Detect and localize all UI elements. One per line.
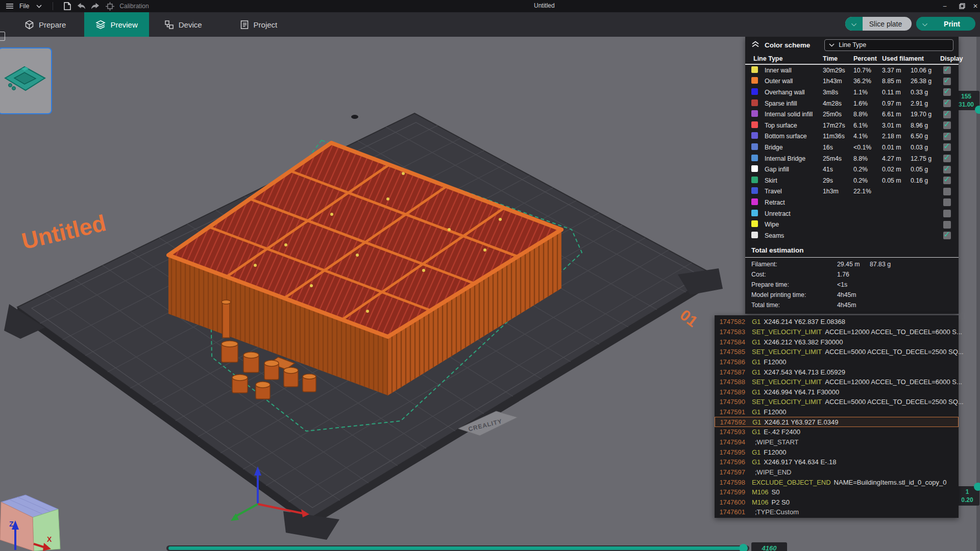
col-percent: Percent (853, 55, 882, 62)
display-checkbox[interactable] (943, 188, 951, 195)
display-checkbox[interactable] (943, 78, 951, 85)
gcode-line[interactable]: 1747594 ;WIPE_START (715, 437, 959, 447)
display-checkbox[interactable] (943, 166, 951, 173)
line-type-row: Overhang wall 3m8s 1.1% 0.11 m 0.33 g (745, 87, 959, 98)
gcode-line[interactable]: 1747587 G1 X247.543 Y64.713 E.05929 (715, 367, 959, 377)
line-type-weight: 12.75 g (911, 155, 940, 162)
slice-plate-label: Slice plate (863, 20, 912, 28)
tab-prepare[interactable]: Prepare (13, 12, 77, 37)
layer-slider-track[interactable] (976, 37, 980, 551)
line-type-percent: 22.1% (853, 188, 882, 195)
file-menu[interactable]: File (19, 3, 29, 10)
restore-button[interactable] (953, 0, 971, 12)
display-checkbox[interactable] (943, 232, 951, 239)
bottom-layer-height: 0.20 (957, 496, 977, 504)
gcode-line[interactable]: 1747590 SET_VELOCITY_LIMIT ACCEL=5000 AC… (715, 397, 959, 407)
collapse-panel-icon[interactable] (751, 40, 760, 49)
estimation-label: Filament: (751, 261, 837, 268)
line-type-filament: 6.61 m (882, 111, 911, 118)
line-type-percent: 4.1% (853, 133, 882, 140)
gcode-line[interactable]: 1747583 SET_VELOCITY_LIMIT ACCEL=12000 A… (715, 327, 959, 337)
display-checkbox[interactable] (943, 66, 951, 74)
display-checkbox[interactable] (943, 88, 951, 96)
x-axis-label: X (47, 535, 52, 543)
line-type-filament: 0.02 m (882, 166, 911, 173)
gcode-args: X246.994 Y64.71 F30000 (764, 388, 839, 396)
slice-dropdown-chevron[interactable]: ⌵ (845, 17, 863, 31)
display-checkbox[interactable] (943, 198, 951, 206)
display-checkbox[interactable] (943, 99, 951, 107)
display-checkbox[interactable] (943, 221, 951, 229)
gcode-line-number: 1747598 (715, 479, 745, 486)
color-scheme-dropdown[interactable]: Line Type (824, 39, 953, 51)
gcode-args: X246.917 Y64.634 E-.18 (764, 458, 836, 466)
line-type-row: Unretract (745, 208, 959, 219)
print-dropdown-chevron[interactable]: ⌵ (916, 17, 934, 31)
line-type-label: Bridge (765, 144, 823, 151)
app-window: CREALITY Untitled 01 (0, 0, 980, 551)
gcode-command: SET_VELOCITY_LIMIT (752, 348, 822, 356)
total-estimation-title: Total estimation (745, 241, 959, 258)
tab-preview[interactable]: Preview (84, 12, 149, 37)
gcode-line[interactable]: 1747599 M106 S0 (715, 487, 959, 497)
gcode-line[interactable]: 1747588 SET_VELOCITY_LIMIT ACCEL=12000 A… (715, 377, 959, 387)
display-checkbox[interactable] (943, 155, 951, 162)
gcode-line[interactable]: 1747598 EXCLUDE_OBJECT_END NAME=Building… (715, 477, 959, 487)
gcode-args: ACCEL=5000 ACCEL_TO_DECEL=2500 SQ... (825, 348, 963, 356)
print-button[interactable]: ⌵ Print (916, 17, 975, 31)
redo-icon[interactable] (91, 2, 100, 11)
titlebar: File Calibration Untitled – (0, 0, 980, 12)
display-checkbox[interactable] (943, 177, 951, 184)
line-type-label: Skirt (765, 177, 823, 184)
gcode-line[interactable]: 1747597 ;WIPE_END (715, 467, 959, 478)
minimize-button[interactable]: – (936, 0, 953, 12)
calibration-icon[interactable] (105, 2, 114, 11)
line-type-weight: 0.05 g (911, 166, 940, 173)
display-checkbox[interactable] (943, 121, 951, 129)
line-type-percent: 8.8% (853, 155, 882, 162)
estimation-value-2: 87.83 g (870, 261, 952, 268)
slice-plate-button[interactable]: ⌵ Slice plate (845, 17, 912, 31)
line-type-label: Wipe (765, 221, 823, 228)
line-type-color-chip (751, 143, 758, 150)
gcode-line[interactable]: 1747600 M106 P2 S0 (715, 497, 959, 508)
display-checkbox[interactable] (943, 133, 951, 140)
tab-project[interactable]: Project (229, 12, 289, 37)
move-slider-handle[interactable] (739, 544, 748, 551)
gcode-line[interactable]: 1747592 G1 X246.21 Y63.927 E.0349 (715, 417, 959, 427)
gcode-line[interactable]: 1747586 G1 F12000 (715, 357, 959, 367)
gcode-line[interactable]: 1747582 G1 X246.214 Y62.837 E.08368 (715, 317, 959, 327)
gcode-line[interactable]: 1747585 SET_VELOCITY_LIMIT ACCEL=5000 AC… (715, 347, 959, 357)
gcode-line[interactable]: 1747589 G1 X246.994 Y64.71 F30000 (715, 387, 959, 397)
layer-slider-top-handle[interactable] (975, 106, 980, 114)
move-slider-badge: 4160 (751, 542, 787, 551)
gcode-line[interactable]: 1747596 G1 X246.917 Y64.634 E-.18 (715, 457, 959, 467)
gcode-line-number: 1747599 (715, 488, 745, 496)
orientation-cube[interactable]: Z X (0, 495, 60, 551)
chevron-down-icon[interactable] (34, 2, 43, 11)
layer-slider-bottom-handle[interactable] (974, 483, 980, 491)
gcode-viewer[interactable]: 1747582 G1 X246.214 Y62.837 E.08368 1747… (715, 315, 959, 518)
display-checkbox[interactable] (943, 111, 951, 118)
line-type-time: 17m27s (823, 122, 853, 129)
gcode-args: ;TYPE:Custom (755, 508, 799, 516)
undo-icon[interactable] (77, 2, 86, 11)
gcode-line[interactable]: 1747584 G1 X246.212 Y63.382 F30000 (715, 337, 959, 347)
menu-icon[interactable] (5, 2, 14, 11)
calibration-label[interactable]: Calibration (119, 3, 149, 10)
line-type-row: Inner wall 30m29s 10.7% 3.37 m 10.06 g (745, 65, 959, 76)
tab-device[interactable]: Device (153, 12, 213, 37)
display-checkbox[interactable] (943, 143, 951, 151)
gcode-line-number: 1747583 (715, 328, 745, 336)
tab-prepare-label: Prepare (39, 20, 66, 29)
plate-thumbnail[interactable] (0, 47, 52, 114)
gcode-line[interactable]: 1747593 G1 E-.42 F2400 (715, 427, 959, 437)
line-type-weight: 0.16 g (911, 177, 940, 184)
display-checkbox[interactable] (943, 210, 951, 217)
gcode-args: ;WIPE_END (755, 468, 792, 476)
close-button[interactable]: ✕ (971, 0, 980, 12)
save-icon[interactable] (62, 2, 71, 11)
gcode-line[interactable]: 1747595 G1 F12000 (715, 447, 959, 457)
gcode-line[interactable]: 1747601 ;TYPE:Custom (715, 507, 959, 517)
gcode-line[interactable]: 1747591 G1 F12000 (715, 407, 959, 417)
